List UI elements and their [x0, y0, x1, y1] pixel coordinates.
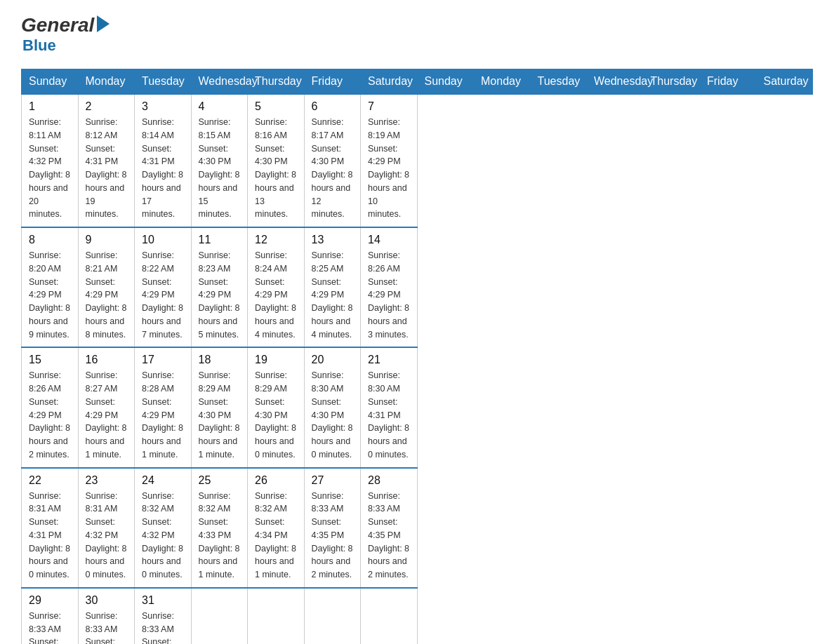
day-info: Sunrise: 8:23 AM Sunset: 4:29 PM Dayligh… — [199, 249, 241, 341]
day-number: 15 — [29, 354, 71, 366]
logo-arrow-icon — [97, 15, 110, 32]
day-info: Sunrise: 8:30 AM Sunset: 4:31 PM Dayligh… — [368, 369, 410, 461]
calendar-day-cell: 27 Sunrise: 8:33 AM Sunset: 4:35 PM Dayl… — [304, 468, 361, 588]
day-info: Sunrise: 8:26 AM Sunset: 4:29 PM Dayligh… — [29, 369, 71, 461]
calendar-week-row: 22 Sunrise: 8:31 AM Sunset: 4:31 PM Dayl… — [22, 468, 813, 588]
day-number: 25 — [199, 474, 241, 487]
day-info: Sunrise: 8:31 AM Sunset: 4:31 PM Dayligh… — [29, 490, 71, 582]
day-info: Sunrise: 8:12 AM Sunset: 4:31 PM Dayligh… — [86, 116, 128, 221]
day-info: Sunrise: 8:33 AM Sunset: 4:37 PM Dayligh… — [86, 610, 128, 644]
day-number: 14 — [368, 234, 410, 246]
day-info: Sunrise: 8:11 AM Sunset: 4:32 PM Dayligh… — [29, 116, 71, 221]
day-info: Sunrise: 8:28 AM Sunset: 4:29 PM Dayligh… — [142, 369, 184, 461]
calendar-day-cell: 30 Sunrise: 8:33 AM Sunset: 4:37 PM Dayl… — [78, 588, 135, 644]
col-header-tuesday: Tuesday — [530, 69, 587, 95]
day-number: 4 — [199, 100, 241, 113]
day-info: Sunrise: 8:33 AM Sunset: 4:35 PM Dayligh… — [312, 490, 354, 582]
calendar-day-cell: 12 Sunrise: 8:24 AM Sunset: 4:29 PM Dayl… — [248, 227, 305, 347]
day-info: Sunrise: 8:31 AM Sunset: 4:32 PM Dayligh… — [86, 490, 128, 582]
day-number: 1 — [29, 100, 71, 113]
calendar-empty-cell — [304, 588, 361, 644]
calendar-day-cell: 16 Sunrise: 8:27 AM Sunset: 4:29 PM Dayl… — [78, 347, 135, 467]
header-sunday: Sunday — [22, 69, 79, 95]
calendar-day-cell: 2 Sunrise: 8:12 AM Sunset: 4:31 PM Dayli… — [78, 94, 135, 227]
calendar-day-cell: 1 Sunrise: 8:11 AM Sunset: 4:32 PM Dayli… — [22, 94, 79, 227]
calendar-day-cell: 10 Sunrise: 8:22 AM Sunset: 4:29 PM Dayl… — [135, 227, 192, 347]
calendar-week-row: 8 Sunrise: 8:20 AM Sunset: 4:29 PM Dayli… — [22, 227, 813, 347]
logo-blue-text: Blue — [22, 36, 56, 55]
col-header-sunday: Sunday — [417, 69, 474, 95]
day-number: 24 — [142, 474, 184, 487]
day-number: 19 — [255, 354, 297, 366]
day-info: Sunrise: 8:32 AM Sunset: 4:32 PM Dayligh… — [142, 490, 184, 582]
day-number: 6 — [312, 100, 354, 113]
day-info: Sunrise: 8:33 AM Sunset: 4:38 PM Dayligh… — [142, 610, 184, 644]
day-info: Sunrise: 8:17 AM Sunset: 4:30 PM Dayligh… — [312, 116, 354, 221]
day-number: 31 — [142, 594, 184, 607]
header-thursday: Thursday — [248, 69, 305, 95]
header-saturday: Saturday — [361, 69, 418, 95]
day-number: 26 — [255, 474, 297, 487]
day-number: 10 — [142, 234, 184, 246]
calendar-day-cell: 31 Sunrise: 8:33 AM Sunset: 4:38 PM Dayl… — [135, 588, 192, 644]
day-number: 29 — [29, 594, 71, 607]
day-info: Sunrise: 8:14 AM Sunset: 4:31 PM Dayligh… — [142, 116, 184, 221]
calendar-day-cell: 17 Sunrise: 8:28 AM Sunset: 4:29 PM Dayl… — [135, 347, 192, 467]
calendar-day-cell: 14 Sunrise: 8:26 AM Sunset: 4:29 PM Dayl… — [361, 227, 418, 347]
day-number: 21 — [368, 354, 410, 366]
calendar-week-row: 29 Sunrise: 8:33 AM Sunset: 4:36 PM Dayl… — [22, 588, 813, 644]
day-number: 16 — [86, 354, 128, 366]
day-number: 5 — [255, 100, 297, 113]
day-number: 2 — [86, 100, 128, 113]
calendar-day-cell: 6 Sunrise: 8:17 AM Sunset: 4:30 PM Dayli… — [304, 94, 361, 227]
calendar-day-cell: 11 Sunrise: 8:23 AM Sunset: 4:29 PM Dayl… — [191, 227, 248, 347]
col-header-wednesday: Wednesday — [587, 69, 644, 95]
calendar-day-cell: 25 Sunrise: 8:32 AM Sunset: 4:33 PM Dayl… — [191, 468, 248, 588]
day-number: 30 — [86, 594, 128, 607]
calendar-empty-cell — [191, 588, 248, 644]
calendar-empty-cell — [248, 588, 305, 644]
calendar-day-cell: 13 Sunrise: 8:25 AM Sunset: 4:29 PM Dayl… — [304, 227, 361, 347]
calendar-day-cell: 22 Sunrise: 8:31 AM Sunset: 4:31 PM Dayl… — [22, 468, 79, 588]
day-number: 20 — [312, 354, 354, 366]
header-friday: Friday — [304, 69, 361, 95]
calendar-day-cell: 29 Sunrise: 8:33 AM Sunset: 4:36 PM Dayl… — [22, 588, 79, 644]
col-header-friday: Friday — [700, 69, 757, 95]
day-number: 28 — [368, 474, 410, 487]
page-header: General Blue — [21, 14, 813, 55]
calendar-day-cell: 24 Sunrise: 8:32 AM Sunset: 4:32 PM Dayl… — [135, 468, 192, 588]
calendar-week-row: 1 Sunrise: 8:11 AM Sunset: 4:32 PM Dayli… — [22, 94, 813, 227]
calendar-day-cell: 19 Sunrise: 8:29 AM Sunset: 4:30 PM Dayl… — [248, 347, 305, 467]
day-number: 23 — [86, 474, 128, 487]
header-tuesday: Tuesday — [135, 69, 192, 95]
calendar-day-cell: 28 Sunrise: 8:33 AM Sunset: 4:35 PM Dayl… — [361, 468, 418, 588]
calendar-day-cell: 21 Sunrise: 8:30 AM Sunset: 4:31 PM Dayl… — [361, 347, 418, 467]
calendar-day-cell: 9 Sunrise: 8:21 AM Sunset: 4:29 PM Dayli… — [78, 227, 135, 347]
day-info: Sunrise: 8:32 AM Sunset: 4:34 PM Dayligh… — [255, 490, 297, 582]
day-info: Sunrise: 8:33 AM Sunset: 4:35 PM Dayligh… — [368, 490, 410, 582]
day-number: 13 — [312, 234, 354, 246]
col-header-thursday: Thursday — [643, 69, 700, 95]
calendar-day-cell: 26 Sunrise: 8:32 AM Sunset: 4:34 PM Dayl… — [248, 468, 305, 588]
day-number: 18 — [199, 354, 241, 366]
day-info: Sunrise: 8:24 AM Sunset: 4:29 PM Dayligh… — [255, 249, 297, 341]
day-info: Sunrise: 8:19 AM Sunset: 4:29 PM Dayligh… — [368, 116, 410, 221]
calendar-header-row: SundayMondayTuesdayWednesdayThursdayFrid… — [22, 69, 813, 95]
day-info: Sunrise: 8:30 AM Sunset: 4:30 PM Dayligh… — [312, 369, 354, 461]
day-info: Sunrise: 8:22 AM Sunset: 4:29 PM Dayligh… — [142, 249, 184, 341]
calendar-day-cell: 3 Sunrise: 8:14 AM Sunset: 4:31 PM Dayli… — [135, 94, 192, 227]
day-number: 22 — [29, 474, 71, 487]
day-info: Sunrise: 8:16 AM Sunset: 4:30 PM Dayligh… — [255, 116, 297, 221]
calendar-day-cell: 15 Sunrise: 8:26 AM Sunset: 4:29 PM Dayl… — [22, 347, 79, 467]
day-info: Sunrise: 8:20 AM Sunset: 4:29 PM Dayligh… — [29, 249, 71, 341]
calendar-week-row: 15 Sunrise: 8:26 AM Sunset: 4:29 PM Dayl… — [22, 347, 813, 467]
header-monday: Monday — [78, 69, 135, 95]
calendar-day-cell: 7 Sunrise: 8:19 AM Sunset: 4:29 PM Dayli… — [361, 94, 418, 227]
day-info: Sunrise: 8:29 AM Sunset: 4:30 PM Dayligh… — [255, 369, 297, 461]
header-wednesday: Wednesday — [191, 69, 248, 95]
logo-general-text: General — [21, 14, 94, 36]
day-number: 3 — [142, 100, 184, 113]
day-number: 11 — [199, 234, 241, 246]
day-number: 7 — [368, 100, 410, 113]
calendar-day-cell: 20 Sunrise: 8:30 AM Sunset: 4:30 PM Dayl… — [304, 347, 361, 467]
